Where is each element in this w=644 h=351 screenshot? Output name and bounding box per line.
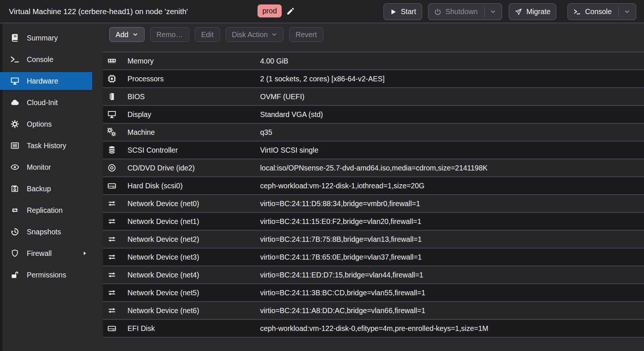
hardware-row-partial [103, 338, 644, 339]
edit-tags-pencil-icon[interactable] [286, 7, 295, 16]
revert-button[interactable]: Revert [289, 27, 323, 42]
row-label: Network Device (net6) [127, 306, 199, 315]
sidebar-item-firewall[interactable]: Firewall [0, 244, 92, 262]
hardware-row-net6[interactable]: Network Device (net6) virtio=BC:24:11:A8… [103, 302, 644, 320]
row-value: virtio=BC:24:11:7B:75:8B,bridge=vlan13,f… [260, 235, 422, 244]
sidebar-item-console[interactable]: Console [0, 51, 92, 68]
chevron-down-icon[interactable] [624, 9, 630, 15]
hardware-row-net4[interactable]: Network Device (net4) virtio=BC:24:11:ED… [103, 266, 644, 284]
row-value: virtio=BC:24:11:D5:88:34,bridge=vmbr0,fi… [260, 199, 420, 208]
proxmox-vm-hardware-page: Virtual Machine 122 (cerbere-head1) on n… [0, 0, 644, 351]
eye-icon [10, 163, 19, 171]
sidebar-item-cloud-init[interactable]: Cloud-Init [0, 94, 92, 111]
memory-icon [107, 56, 117, 65]
row-value: virtio=BC:24:11:15:E0:F2,bridge=vlan20,f… [260, 217, 421, 226]
row-label: BIOS [127, 92, 145, 101]
database-icon [107, 146, 117, 155]
shutdown-button[interactable]: Shutdown [428, 3, 502, 20]
row-value: OVMF (UEFI) [260, 92, 304, 101]
sidebar-item-label: Replication [27, 206, 62, 215]
hardware-row-memory[interactable]: Memory 4.00 GiB [103, 52, 644, 70]
sidebar-item-snapshots[interactable]: Snapshots [0, 223, 92, 241]
row-label: Processors [127, 75, 164, 83]
sidebar-item-label: Firewall [27, 249, 52, 258]
sidebar-item-label: Snapshots [27, 228, 61, 236]
vm-action-buttons: Start Shutdown [384, 3, 637, 20]
row-value: Standard VGA (std) [260, 110, 323, 119]
cloud-icon [10, 98, 19, 107]
hardware-row-net0[interactable]: Network Device (net0) virtio=BC:24:11:D5… [103, 195, 644, 213]
hardware-row-efi-disk[interactable]: EFI Disk ceph-workload:vm-122-disk-0,efi… [103, 320, 644, 338]
sidebar-nav: Summary Console Hardware Cloud-Init [0, 29, 92, 287]
button-divider [618, 6, 619, 17]
row-label: Machine [127, 128, 155, 137]
sidebar-item-task-history[interactable]: Task History [0, 137, 92, 155]
remove-button[interactable]: Remo… [150, 27, 190, 42]
retweet-icon [10, 206, 19, 214]
row-label: EFI Disk [127, 324, 155, 333]
sidebar-item-monitor[interactable]: Monitor [0, 158, 92, 176]
book-icon [10, 34, 19, 42]
hardware-row-scsi-controller[interactable]: SCSI Controller VirtIO SCSI single [103, 142, 644, 159]
bios-icon [107, 92, 117, 101]
hardware-row-display[interactable]: Display Standard VGA (std) [103, 106, 644, 124]
sidebar-item-hardware[interactable]: Hardware [0, 72, 92, 90]
row-label: Hard Disk (scsi0) [127, 182, 182, 190]
row-label: Network Device (net5) [127, 289, 199, 297]
history-icon [10, 228, 19, 236]
row-label: Network Device (net0) [127, 199, 199, 208]
hardware-row-cddvd[interactable]: CD/DVD Drive (ide2) local:iso/OPNsense-2… [103, 159, 644, 177]
sidebar-item-permissions[interactable]: Permissions [0, 266, 92, 284]
vm-tag-prod[interactable]: prod [258, 4, 282, 17]
sidebar-item-replication[interactable]: Replication [0, 201, 92, 219]
row-label: Network Device (net2) [127, 235, 199, 244]
shield-icon [10, 249, 19, 257]
hardware-toolbar: Add Remo… Edit Disk Action Revert [103, 23, 644, 52]
row-value: local:iso/OPNsense-25.7-dvd-amd64.iso,me… [260, 164, 488, 172]
sidebar-item-label: Backup [27, 185, 51, 193]
console-button[interactable]: Console [567, 3, 636, 20]
add-button[interactable]: Add [109, 27, 145, 42]
hardware-row-net5[interactable]: Network Device (net5) virtio=BC:24:11:3B… [103, 284, 644, 302]
hardware-row-bios[interactable]: BIOS OVMF (UEFI) [103, 88, 644, 106]
sidebar-item-label: Monitor [27, 163, 51, 172]
row-value: 2 (1 sockets, 2 cores) [x86-64-v2-AES] [260, 75, 385, 83]
disk-action-button[interactable]: Disk Action [226, 27, 284, 42]
hardware-row-net2[interactable]: Network Device (net2) virtio=BC:24:11:7B… [103, 231, 644, 248]
hardware-row-hard-disk[interactable]: Hard Disk (scsi0) ceph-workload:vm-122-d… [103, 177, 644, 195]
desktop-icon [10, 77, 19, 85]
start-button[interactable]: Start [384, 3, 422, 20]
row-label: CD/DVD Drive (ide2) [127, 164, 195, 172]
page-title: Virtual Machine 122 (cerbere-head1) on n… [9, 0, 188, 23]
row-value: ceph-workload:vm-122-disk-1,iothread=1,s… [260, 182, 424, 190]
gear-icon [10, 120, 19, 128]
edit-button[interactable]: Edit [195, 27, 220, 42]
row-value: virtio=BC:24:11:7B:65:0E,bridge=vlan37,f… [260, 253, 422, 261]
network-icon [107, 288, 117, 297]
row-value: ceph-workload:vm-122-disk-0,efitype=4m,p… [260, 324, 488, 333]
migrate-button[interactable]: Migrate [509, 3, 556, 20]
vm-nav-sidebar: Summary Console Hardware Cloud-Init [0, 23, 103, 351]
sidebar-item-label: Console [27, 55, 54, 64]
network-icon [107, 306, 117, 315]
row-label: SCSI Controller [127, 146, 178, 155]
sidebar-item-options[interactable]: Options [0, 115, 92, 133]
hardware-row-net1[interactable]: Network Device (net1) virtio=BC:24:11:15… [103, 213, 644, 231]
row-label: Display [127, 110, 151, 119]
hardware-row-processors[interactable]: Processors 2 (1 sockets, 2 cores) [x86-6… [103, 70, 644, 88]
sidebar-item-label: Cloud-Init [27, 98, 58, 107]
hardware-row-machine[interactable]: Machine q35 [103, 124, 644, 142]
network-icon [107, 235, 117, 244]
terminal-icon [10, 55, 19, 64]
button-divider [484, 6, 485, 17]
sidebar-item-label: Hardware [27, 77, 58, 85]
send-icon [515, 8, 522, 16]
chevron-down-icon [132, 32, 138, 38]
hardware-row-net3[interactable]: Network Device (net3) virtio=BC:24:11:7B… [103, 248, 644, 266]
floppy-icon [10, 185, 19, 193]
sidebar-item-backup[interactable]: Backup [0, 180, 92, 198]
sidebar-item-summary[interactable]: Summary [0, 29, 92, 47]
chevron-down-icon[interactable] [490, 9, 496, 15]
terminal-icon [573, 8, 581, 16]
sidebar-item-label: Options [27, 120, 52, 129]
